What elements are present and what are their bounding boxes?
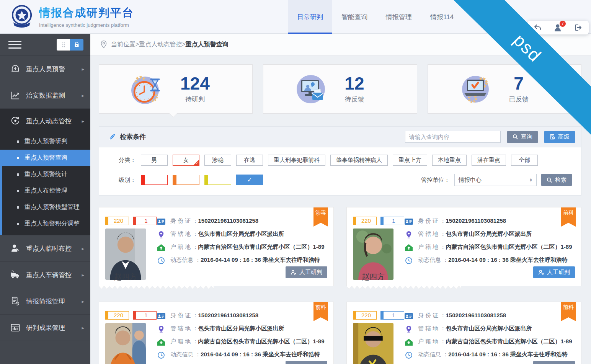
unit-selected-value: 情报中心 (459, 176, 482, 184)
filter-panel: 检索条件 查询 高级 分类： 男 (99, 126, 581, 196)
query-button[interactable]: 查询 (507, 131, 538, 143)
nav-tab-intel-114[interactable]: 情报114 (421, 0, 463, 34)
sidebar-item-vehicle-control[interactable]: 重点人车辆管控 ▸ (0, 262, 90, 288)
manual-judge-button[interactable]: 人工研判 (533, 361, 575, 364)
id-value: 1502021961103081258 (446, 217, 506, 224)
undo-icon[interactable] (533, 23, 542, 32)
search-input[interactable] (405, 131, 501, 143)
jurisdiction-value: 包头市青山区分局光辉小区派出所 (198, 230, 284, 238)
sidebar-subitem-score-adjust[interactable]: 重点人预警积分调整 (0, 215, 90, 232)
chart-icon (10, 90, 21, 101)
person-photo[interactable] (105, 323, 146, 364)
nav-tab-smart-query[interactable]: 智能查询 (332, 0, 377, 34)
monitor-message-icon (293, 72, 328, 107)
residence-value: 内蒙古自治区包头市青山区光辉小区（二区）1-89 (446, 338, 572, 345)
sidebar-item-temp-control[interactable]: 重点人临时布控 ▸ (0, 235, 90, 262)
category-fugitive[interactable]: 在逃 (236, 155, 263, 166)
chart-window-icon (10, 322, 21, 333)
person-name: 赵四方 (353, 272, 393, 282)
category-key-upper[interactable]: 重点上方 (393, 155, 427, 166)
stat-card-pending-judgment[interactable]: 124 待研判 (99, 64, 253, 114)
level-orange[interactable] (173, 175, 199, 185)
grip-icon[interactable] (57, 39, 70, 51)
nav-tab-intel-manage[interactable]: 情报管理 (377, 0, 421, 34)
sidebar-item-security-data-monitor[interactable]: 治安数据监测 ▸ (0, 82, 90, 109)
map-pin-icon (157, 325, 166, 333)
logo: 情报合成研判平台 Intelligence synthetic judgment… (10, 4, 134, 29)
map-pin-icon (404, 231, 413, 238)
sidebar-item-result-manage[interactable]: 研判成果管理 ▸ (0, 315, 90, 341)
category-all[interactable]: 全部 (511, 155, 538, 166)
logout-icon[interactable] (574, 23, 583, 32)
category-potential-key[interactable]: 潜在重点 (472, 155, 506, 166)
manual-judge-button[interactable]: 人工研判 (286, 266, 327, 278)
sidebar-item-key-person-dynamic[interactable]: 重点人动态管控 ▸ (0, 109, 90, 133)
alarm-icon (10, 64, 21, 74)
level-label: 级别： (108, 176, 136, 184)
category-criminal-record[interactable]: 重大刑事犯罪前科 (268, 155, 325, 166)
top-nav: 日常研判 智能查询 情报管理 情报114 专题研判 (288, 0, 507, 34)
sidebar-subitem-warning-stats[interactable]: 重点人预警统计 (0, 166, 90, 183)
home-icon (404, 244, 413, 251)
activity-label: 动态信息 ： (170, 351, 201, 358)
clock-icon (404, 351, 413, 359)
breadcrumb-prefix: 当前位置 (111, 41, 136, 47)
category-local-key[interactable]: 本地重点 (432, 155, 467, 166)
category-mental-patient[interactable]: 肇事肇祸精神病人 (330, 155, 388, 166)
category-female[interactable]: 女✓ (173, 155, 199, 166)
lock-icon[interactable] (70, 39, 83, 51)
search-icon (547, 177, 552, 183)
search-icon (513, 134, 518, 140)
advanced-button[interactable]: 高级 (544, 131, 575, 143)
retrieve-button[interactable]: 检索 (541, 174, 572, 186)
clock-hourglass-icon (129, 72, 164, 107)
level-blue-selected[interactable]: ✓ (236, 175, 263, 185)
manual-judge-button[interactable]: 人工研判 (286, 361, 327, 364)
id-label: 身 份 证 ： (170, 217, 198, 225)
level-red[interactable] (141, 175, 168, 185)
category-stability[interactable]: 涉稳 (204, 155, 231, 166)
hamburger-menu-icon[interactable] (8, 41, 21, 49)
activity-desc: 乘坐火车去往呼和浩特 (263, 256, 320, 263)
breadcrumb-parent[interactable]: 重点人动态管控 (139, 41, 182, 47)
stat-card-pending-feedback[interactable]: 12 待反馈 (263, 64, 417, 114)
sidebar-subitem-model-manage[interactable]: 重点人预警模型管理 (0, 199, 90, 215)
sidebar-item-key-person-warning[interactable]: 重点人员预警 ▸ (0, 56, 90, 82)
submenu: 重点人预警研判 重点人预警查询 重点人预警统计 重点人布控管理 重点人预警模型管… (0, 133, 90, 232)
activity-desc: 乘坐火车去往呼和浩特 (510, 351, 568, 357)
id-value: 1502021961103081258 (198, 217, 259, 224)
category-row: 分类： 男 女✓ 涉稳 在逃 重大刑事犯罪前科 肇事肇祸精神病人 重点上方 本地… (108, 155, 572, 166)
sidebar-pin-toggle[interactable] (57, 39, 83, 51)
score-badge: 220 (105, 311, 129, 320)
category-male[interactable]: 男 (141, 155, 168, 166)
person-judge-icon (291, 269, 297, 276)
main-content: 124 待研判 (90, 55, 591, 364)
sidebar-item-briefing-manage[interactable]: 情报简报管理 ▸ (0, 288, 90, 315)
nav-tab-special[interactable]: 专题研判 (463, 0, 507, 34)
user-messages-icon[interactable]: 7 (553, 23, 563, 32)
person-photo[interactable] (353, 323, 393, 364)
manual-judge-button[interactable]: 人工研判 (533, 266, 575, 278)
level-yellow[interactable] (204, 175, 231, 185)
active-indicator-strip (0, 150, 2, 235)
residence-label: 户 籍 地 ： (170, 243, 198, 251)
chevron-right-icon: ▸ (82, 66, 84, 72)
sidebar-subitem-warning-query[interactable]: 重点人预警查询 (0, 150, 90, 166)
flag-badge: 1 (380, 311, 404, 320)
stat-label: 待反馈 (344, 95, 364, 104)
jurisdiction-value: 包头市青山区分局光辉小区派出所 (446, 230, 532, 238)
truck-icon (10, 269, 21, 280)
sidebar-subitem-warning-judge[interactable]: 重点人预警研判 (0, 133, 90, 150)
id-card-icon (157, 312, 166, 320)
notification-badge: 7 (560, 21, 566, 27)
stat-value: 12 (344, 74, 364, 93)
sidebar-subitem-control-manage[interactable]: 重点人布控管理 (0, 183, 90, 199)
residence-label: 户 籍 地 ： (170, 338, 198, 345)
stat-card-feedback-done[interactable]: 7 已反馈 (428, 64, 581, 114)
score-badge: 220 (353, 311, 377, 320)
unit-select[interactable]: 情报中心 ▲▼ (454, 174, 537, 186)
person-card: 220 1 前科 赵四方 身 份 证 ： 1502021961103081258 (346, 302, 581, 364)
id-value: 1502021961103081258 (198, 312, 259, 318)
nav-tab-daily[interactable]: 日常研判 (288, 0, 332, 34)
breadcrumb: 当前位置>重点人动态管控>重点人预警查询 (90, 34, 591, 55)
